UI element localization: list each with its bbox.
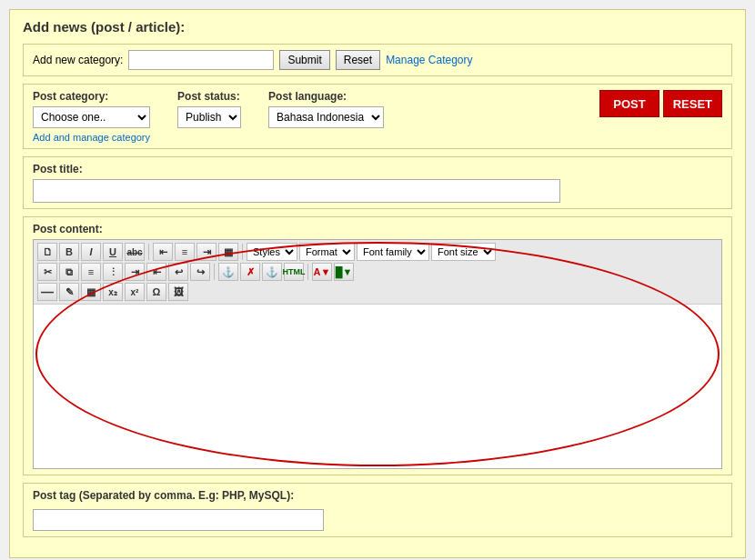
separator-4 [307, 264, 308, 280]
add-manage-category-link[interactable]: Add and manage category [33, 132, 150, 143]
manage-category-link[interactable]: Manage Category [386, 54, 472, 66]
font-family-select[interactable]: Font family [357, 243, 429, 261]
editor-body[interactable] [34, 305, 721, 468]
post-language-label: Post language: [268, 90, 384, 103]
format-select[interactable]: Format [299, 243, 355, 261]
add-category-input[interactable] [128, 50, 274, 70]
post-title-section: Post title: [23, 156, 732, 209]
text-color-button[interactable]: A▼ [312, 263, 332, 281]
post-status-select[interactable]: Publish Draft Private [177, 106, 241, 128]
remove-link-button[interactable]: ✗ [240, 263, 260, 281]
post-tag-label: Post tag (Separated by comma. E.g: PHP, … [33, 489, 722, 502]
editor-container: 🗋 B I U abc ⇤ ≡ ⇥ ▦ Styles Format [33, 239, 722, 469]
align-left-button[interactable]: ⇤ [153, 243, 173, 261]
subscript-button[interactable]: x₂ [103, 283, 123, 301]
reset-category-button[interactable]: Reset [336, 50, 380, 70]
bg-color-button[interactable]: █▼ [334, 263, 354, 281]
post-language-select[interactable]: Bahasa Indonesia English [268, 106, 384, 128]
post-button[interactable]: POST [599, 90, 659, 117]
styles-select[interactable]: Styles [247, 243, 297, 261]
cut-button[interactable]: ✂ [37, 263, 57, 281]
html-button[interactable]: HTML [284, 263, 304, 281]
post-title-label: Post title: [33, 163, 722, 175]
bold-button[interactable]: B [59, 243, 79, 261]
post-category-select[interactable]: Choose one.. [33, 106, 150, 128]
post-content-label: Post content: [33, 223, 722, 235]
separator-1 [148, 244, 149, 260]
toolbar-row-1: 🗋 B I U abc ⇤ ≡ ⇥ ▦ Styles Format [37, 243, 718, 261]
outdent-button[interactable]: ⇤ [146, 263, 166, 281]
toolbar-row-3: — ✎ ▦ x₂ x² Ω 🖼 [37, 283, 718, 301]
special-char-button[interactable]: Ω [146, 283, 166, 301]
page-title: Add news (post / article): [23, 19, 732, 35]
font-size-select[interactable]: Font size [431, 243, 496, 261]
justify-button[interactable]: ▦ [218, 243, 238, 261]
ordered-list-button[interactable]: ≡ [81, 263, 101, 281]
post-content-section: Post content: 🗋 B I U abc ⇤ ≡ ⇥ ▦ [23, 216, 732, 475]
post-status-group: Post status: Publish Draft Private [177, 90, 241, 128]
align-center-button[interactable]: ≡ [175, 243, 195, 261]
post-title-input[interactable] [33, 179, 560, 203]
superscript-button[interactable]: x² [125, 283, 145, 301]
table-button[interactable]: ▦ [81, 283, 101, 301]
post-action-buttons: POST RESET [599, 90, 722, 117]
post-category-label: Post category: [33, 90, 150, 103]
insert-link-button[interactable]: ⚓ [218, 263, 238, 281]
italic-button[interactable]: I [81, 243, 101, 261]
strikethrough-button[interactable]: abc [125, 243, 145, 261]
post-tag-input[interactable] [33, 509, 324, 531]
post-category-group: Post category: Choose one.. Add and mana… [33, 90, 150, 143]
reset-post-button[interactable]: RESET [663, 90, 722, 117]
post-tag-section: Post tag (Separated by comma. E.g: PHP, … [23, 483, 732, 537]
undo-button[interactable]: ↩ [168, 263, 188, 281]
anchor-button[interactable]: ⚓ [262, 263, 282, 281]
editor-toolbar: 🗋 B I U abc ⇤ ≡ ⇥ ▦ Styles Format [34, 240, 721, 305]
pencil-button[interactable]: ✎ [59, 283, 79, 301]
post-status-label: Post status: [177, 90, 241, 103]
add-category-label: Add new category: [33, 54, 123, 66]
toolbar-row-2: ✂ ⧉ ≡ ⋮ ⇥ ⇤ ↩ ↪ ⚓ ✗ ⚓ HTML A▼ █▼ [37, 263, 718, 281]
add-category-section: Add new category: Submit Reset Manage Ca… [23, 44, 732, 76]
hr-button[interactable]: — [37, 283, 57, 301]
unordered-list-button[interactable]: ⋮ [103, 263, 123, 281]
separator-2 [242, 244, 243, 260]
post-meta-section: Post category: Choose one.. Add and mana… [23, 84, 732, 149]
indent-button[interactable]: ⇥ [125, 263, 145, 281]
copy-button[interactable]: ⧉ [59, 263, 79, 281]
redo-button[interactable]: ↪ [190, 263, 210, 281]
separator-3 [214, 264, 215, 280]
main-container: Add news (post / article): Add new categ… [9, 9, 746, 558]
new-doc-button[interactable]: 🗋 [37, 243, 57, 261]
align-right-button[interactable]: ⇥ [196, 243, 216, 261]
underline-button[interactable]: U [103, 243, 123, 261]
image-button[interactable]: 🖼 [168, 283, 188, 301]
post-language-group: Post language: Bahasa Indonesia English [268, 90, 384, 128]
submit-category-button[interactable]: Submit [279, 50, 329, 70]
